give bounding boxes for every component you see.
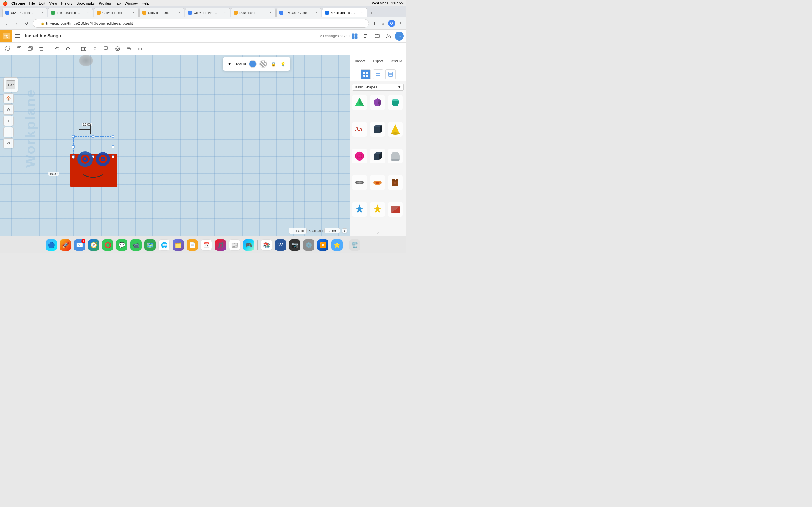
shape-sphere[interactable] [352, 149, 367, 163]
dock-trash[interactable]: 🗑️ [348, 238, 361, 251]
list-view-button[interactable] [361, 31, 371, 41]
dock-chrome[interactable]: 🌐 [158, 238, 170, 251]
shape-cube[interactable] [370, 149, 385, 163]
profile-icon[interactable]: G [388, 20, 395, 27]
fit-view-button[interactable]: ⊙ [3, 105, 13, 115]
shape-box[interactable] [370, 122, 385, 136]
robot-object[interactable] [65, 131, 121, 187]
tab-close-dashboard[interactable]: × [269, 11, 273, 15]
tab-tumor[interactable]: Copy of Tumor × [94, 8, 139, 17]
circle-tool[interactable] [113, 44, 122, 54]
mirror-tool[interactable] [135, 44, 145, 54]
torus-color-hole[interactable] [259, 60, 267, 68]
menubar-edit[interactable]: Edit [39, 1, 45, 5]
extensions-icon[interactable]: ⋮ [397, 20, 404, 27]
top-view-button[interactable]: TOP [3, 77, 18, 92]
share-design-button[interactable] [372, 31, 382, 41]
shape-torus-ring[interactable] [370, 175, 385, 190]
undo-tool[interactable] [52, 44, 62, 54]
grid-view-button[interactable] [350, 31, 360, 41]
menubar-bookmarks[interactable]: Bookmarks [77, 1, 95, 5]
tab-f40-1[interactable]: Copy of F(4.0)... × [139, 8, 185, 17]
menubar-history[interactable]: History [61, 1, 72, 5]
shape-star-gold[interactable] [370, 202, 385, 217]
shape-star[interactable] [352, 202, 367, 217]
reload-button[interactable]: ↺ [22, 19, 31, 27]
tab-s29[interactable]: S(2.9) Cellular... × [2, 8, 47, 17]
back-button[interactable]: ‹ [2, 19, 10, 27]
shapes-category-dropdown[interactable]: Basic Shapes ▼ [352, 83, 404, 91]
dock-duet[interactable]: ⭕ [101, 238, 114, 251]
reset-button[interactable]: ↺ [3, 138, 13, 149]
dock-files[interactable]: 🗂️ [172, 238, 185, 251]
tab-close-f40-1[interactable]: × [177, 11, 181, 15]
torus-color-solid[interactable] [249, 60, 257, 68]
dock-launchpad[interactable]: 🚀 [59, 238, 72, 251]
torus-lock-icon[interactable]: 🔒 [270, 61, 277, 67]
dock-playgrounds[interactable]: 🎮 [242, 238, 255, 251]
dock-finder[interactable]: 🔵 [45, 238, 58, 251]
menubar-help[interactable]: Help [142, 1, 149, 5]
dock-safari[interactable]: 🧭 [87, 238, 100, 251]
torus-visibility-icon[interactable]: 💡 [280, 61, 287, 67]
sendto-button[interactable]: Send To [388, 57, 404, 65]
home-view-button[interactable]: 🏠 [3, 93, 13, 103]
shape-gem[interactable] [370, 95, 385, 110]
menubar-chrome[interactable]: Chrome [11, 1, 25, 5]
new-tab-button[interactable]: + [368, 9, 375, 17]
canvas-area[interactable]: Workplane ▼ Torus 🔒 💡 TOP [0, 55, 350, 236]
tab-close-tumor[interactable]: × [132, 11, 136, 15]
camera-tool[interactable] [79, 44, 89, 54]
tab-eukaryotic[interactable]: The Eukaryotic... × [48, 8, 93, 17]
tab-3d-design[interactable]: 3D design Incre... × [322, 8, 367, 17]
shape-half-cylinder[interactable] [388, 149, 403, 163]
export-button[interactable]: Export [370, 57, 386, 65]
shape-text3d[interactable]: Aa [352, 122, 367, 136]
dock-maps[interactable]: 🗺️ [144, 238, 156, 251]
zoom-in-button[interactable]: + [3, 116, 13, 126]
align-tool[interactable] [124, 44, 134, 54]
shape-paraboloid[interactable] [388, 95, 403, 110]
import-button[interactable]: Import [352, 57, 368, 65]
edit-grid-button[interactable]: Edit Grid [289, 228, 307, 234]
dock-mail[interactable]: ✉️ ! [73, 238, 86, 251]
shape-torus-flat[interactable] [352, 175, 367, 190]
apple-menu[interactable]: 🍎 [2, 1, 8, 6]
share-icon[interactable]: ⬆ [371, 20, 378, 27]
menubar-view[interactable]: View [49, 1, 57, 5]
tinkercad-logo[interactable]: TC [0, 30, 12, 42]
dock-news[interactable]: 📰 [228, 238, 241, 251]
menubar-tab[interactable]: Tab [115, 1, 121, 5]
snap-up-button[interactable]: ▲ [342, 228, 347, 233]
dock-dictionary[interactable]: 📚 [260, 238, 273, 251]
menubar-file[interactable]: File [29, 1, 35, 5]
forward-button[interactable]: › [12, 19, 20, 27]
tab-close-f40-2[interactable]: × [223, 11, 227, 15]
shapes-scroll-right[interactable]: › [350, 229, 406, 236]
dock-messages[interactable]: 💬 [115, 238, 128, 251]
bookmark-icon[interactable]: ☆ [379, 20, 386, 27]
torus-panel-dropdown[interactable]: ▼ [227, 61, 232, 67]
notes-view-icon-btn[interactable] [386, 69, 396, 79]
tab-f40-2[interactable]: Copy of F (4.0)... × [185, 8, 230, 17]
dock-reminders[interactable]: ⭐ [331, 238, 343, 251]
duplicate-tool[interactable] [26, 44, 35, 54]
tab-dashboard[interactable]: Dashboard × [231, 8, 276, 17]
dock-screenshot[interactable]: 📷 [288, 238, 301, 251]
dock-calendar[interactable]: 📅 [200, 238, 213, 251]
menubar-profiles[interactable]: Profiles [99, 1, 111, 5]
menubar-window[interactable]: Window [124, 1, 138, 5]
dock-word[interactable]: W [274, 238, 287, 251]
snap-grid-input[interactable] [324, 228, 340, 233]
dock-music[interactable]: 🎵 [214, 238, 227, 251]
zoom-out-button[interactable]: − [3, 127, 13, 137]
grid-view-icon-btn[interactable] [361, 69, 371, 79]
hamburger-button[interactable] [12, 30, 22, 42]
address-input-container[interactable]: 🔒 tinkercad.com/things/2jUMe7MRb7J-incre… [33, 19, 369, 27]
shape-cone[interactable] [388, 122, 403, 136]
select-tool[interactable] [3, 44, 12, 54]
profile-button[interactable]: G [395, 32, 404, 41]
shape-bear[interactable] [388, 175, 403, 190]
light-tool[interactable] [90, 44, 100, 54]
tab-close-eukaryotic[interactable]: × [86, 11, 90, 15]
